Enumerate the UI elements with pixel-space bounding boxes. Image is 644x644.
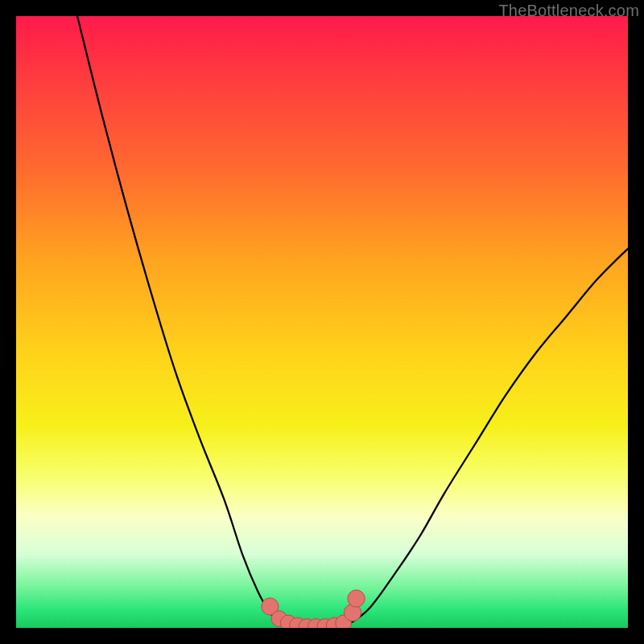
bottleneck-curve: [77, 16, 628, 628]
marker-group: [262, 590, 365, 628]
chart-frame: TheBottleneck.com: [0, 0, 644, 644]
watermark-text: TheBottleneck.com: [498, 2, 639, 20]
marker-right-endpoint-b: [348, 590, 365, 607]
curve-layer: [16, 16, 628, 628]
plot-area: [16, 16, 628, 628]
